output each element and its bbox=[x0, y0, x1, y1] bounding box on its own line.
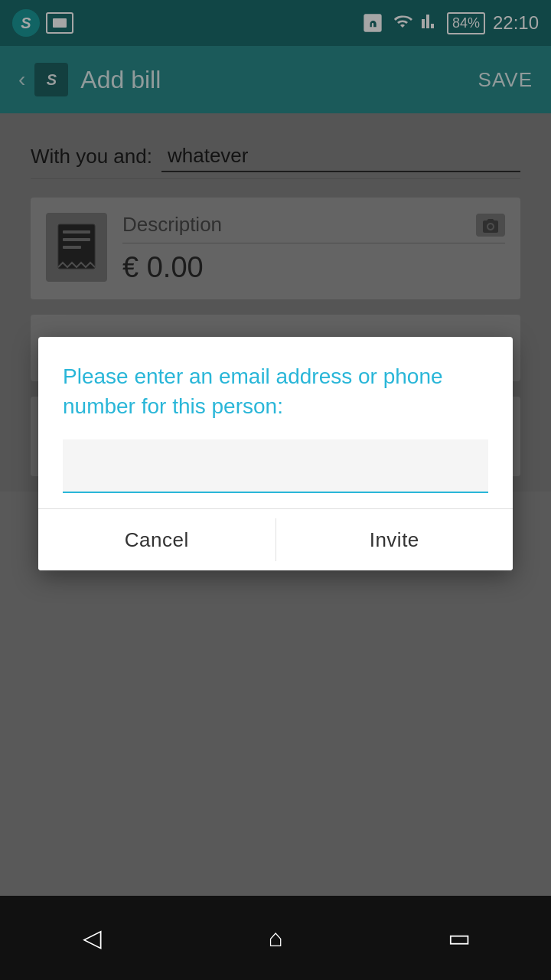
dialog-buttons: Cancel Invite bbox=[38, 509, 513, 570]
nav-bar: ◁ ⌂ ▭ bbox=[0, 896, 551, 980]
dialog-body: Please enter an email address or phone n… bbox=[38, 337, 513, 508]
dialog-input-area bbox=[63, 439, 488, 493]
cancel-button[interactable]: Cancel bbox=[38, 509, 276, 570]
invite-button[interactable]: Invite bbox=[276, 509, 514, 570]
dialog-prompt-text: Please enter an email address or phone n… bbox=[63, 361, 488, 421]
email-phone-input[interactable] bbox=[75, 452, 476, 473]
email-phone-dialog: Please enter an email address or phone n… bbox=[38, 337, 513, 570]
nav-home-button[interactable]: ⌂ bbox=[253, 915, 298, 961]
nav-recent-button[interactable]: ▭ bbox=[436, 915, 482, 961]
nav-back-button[interactable]: ◁ bbox=[69, 915, 115, 961]
